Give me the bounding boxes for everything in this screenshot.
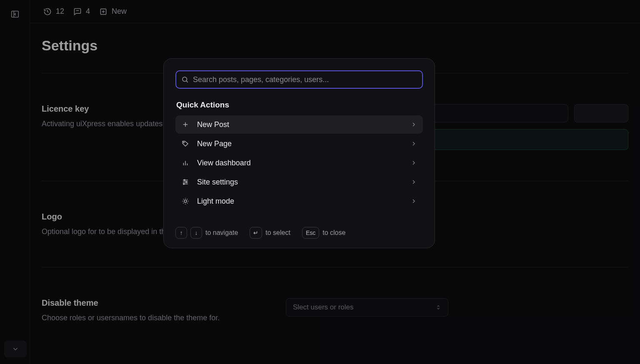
chevron-right-icon: [410, 140, 417, 147]
search-icon: [181, 76, 189, 83]
footer-close: Esc to close: [302, 227, 345, 239]
palette-search-input[interactable]: [193, 75, 417, 84]
qa-label: New Page: [197, 140, 232, 148]
qa-label: Light mode: [197, 197, 234, 206]
footer-select: ↵ to select: [250, 227, 290, 239]
footer-navigate-label: to navigate: [205, 229, 238, 237]
qa-label: Site settings: [197, 178, 238, 187]
enter-key: ↵: [250, 227, 262, 239]
svg-line-27: [183, 203, 184, 203]
palette-search[interactable]: [175, 70, 423, 89]
qa-label: View dashboard: [197, 159, 251, 167]
arrow-down-key: ↓: [190, 227, 202, 239]
quick-actions-list: New Post New Page View dashboard: [175, 115, 423, 210]
quick-actions-title: Quick Actions: [176, 100, 423, 110]
esc-key: Esc: [302, 227, 319, 239]
tag-icon: [181, 140, 190, 147]
footer-close-label: to close: [322, 229, 345, 237]
svg-point-20: [184, 200, 187, 202]
qa-item-view-dashboard[interactable]: View dashboard: [175, 154, 423, 172]
footer-select-label: to select: [265, 229, 290, 237]
svg-line-25: [183, 199, 184, 199]
svg-point-10: [183, 142, 184, 143]
qa-item-light-mode[interactable]: Light mode: [175, 192, 423, 210]
command-palette: Quick Actions New Post New Page View d: [163, 58, 435, 248]
svg-line-26: [187, 203, 188, 203]
qa-label: New Post: [197, 120, 229, 129]
sliders-icon: [181, 178, 190, 186]
svg-point-6: [182, 77, 187, 82]
chevron-right-icon: [410, 121, 417, 128]
chevron-right-icon: [410, 160, 417, 166]
qa-item-site-settings[interactable]: Site settings: [175, 173, 423, 191]
qa-item-new-page[interactable]: New Page: [175, 135, 423, 153]
arrow-up-key: ↑: [175, 227, 187, 239]
palette-footer: ↑ ↓ to navigate ↵ to select Esc to close: [175, 227, 423, 239]
plus-icon: [181, 121, 190, 128]
svg-line-28: [187, 199, 188, 199]
qa-item-new-post[interactable]: New Post: [175, 115, 423, 134]
chevron-right-icon: [410, 198, 417, 204]
svg-line-7: [186, 81, 188, 82]
chevron-right-icon: [410, 179, 417, 185]
bar-chart-icon: [181, 159, 190, 167]
footer-navigate: ↑ ↓ to navigate: [175, 227, 238, 239]
sun-icon: [181, 197, 190, 205]
